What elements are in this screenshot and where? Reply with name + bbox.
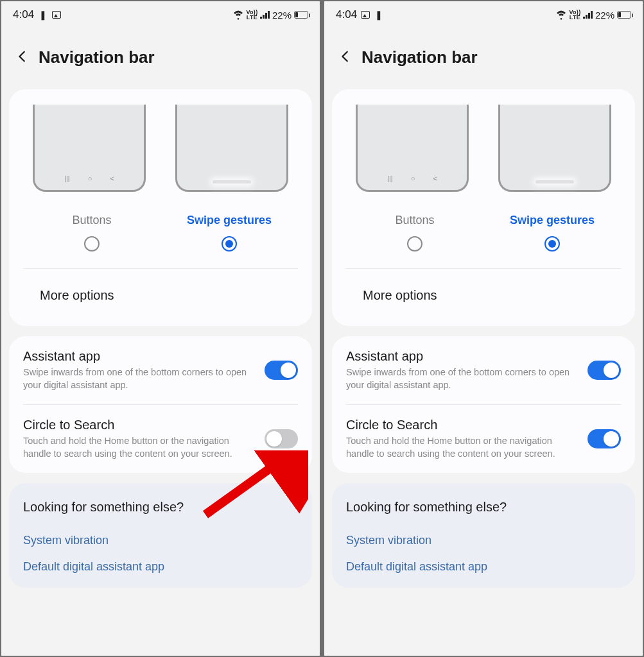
circle-title: Circle to Search <box>23 418 256 432</box>
option-swipe-label: Swipe gestures <box>483 214 621 227</box>
link-system-vibration[interactable]: System vibration <box>346 527 621 554</box>
circle-desc: Touch and hold the Home button or the na… <box>346 435 579 460</box>
status-battery-pct: 22% <box>595 10 614 21</box>
footer-card: Looking for something else? System vibra… <box>9 483 312 588</box>
circle-title: Circle to Search <box>346 418 579 432</box>
toggles-card: Assistant app Swipe inwards from one of … <box>9 336 312 473</box>
signal-icon <box>260 11 270 19</box>
option-swipe-gestures[interactable]: Swipe gestures <box>483 209 621 264</box>
volte-icon: Vo))LTE <box>569 10 580 20</box>
circle-to-search-row[interactable]: Circle to Search Touch and hold the Home… <box>332 405 635 473</box>
divider <box>23 268 298 269</box>
nav-type-card: |||○< Buttons Swipe gestures More option… <box>9 89 312 326</box>
battery-icon <box>294 11 308 19</box>
link-default-assistant[interactable]: Default digital assistant app <box>23 554 298 580</box>
phone-screenshot-left: 4:04 ❚ Vo))LTE 22% Navigation bar <box>0 0 321 657</box>
lightbulb-icon: ❚ <box>38 10 48 20</box>
lightbulb-icon: ❚ <box>374 10 384 20</box>
circle-desc: Touch and hold the Home button or the na… <box>23 435 256 460</box>
phone-screenshot-right: 4:04 ❚ Vo))LTE 22% Navigation bar <box>323 0 644 657</box>
link-default-assistant[interactable]: Default digital assistant app <box>346 554 621 580</box>
divider <box>346 268 621 269</box>
circle-toggle[interactable] <box>587 429 621 448</box>
assistant-desc: Swipe inwards from one of the bottom cor… <box>346 366 579 391</box>
picture-icon <box>361 11 370 19</box>
nav-type-card: |||○< Buttons Swipe gestures More option… <box>332 89 635 326</box>
status-bar: 4:04 ❚ Vo))LTE 22% <box>324 1 643 28</box>
preview-buttons: |||○< <box>356 105 469 192</box>
option-buttons[interactable]: Buttons <box>23 209 161 264</box>
footer-title: Looking for something else? <box>23 500 298 515</box>
assistant-app-row[interactable]: Assistant app Swipe inwards from one of … <box>9 336 312 404</box>
radio-unchecked-icon <box>84 236 100 252</box>
assistant-title: Assistant app <box>346 349 579 364</box>
option-buttons-label: Buttons <box>346 214 483 227</box>
more-options-row[interactable]: More options <box>23 273 298 320</box>
circle-toggle[interactable] <box>265 429 298 448</box>
assistant-app-row[interactable]: Assistant app Swipe inwards from one of … <box>332 336 635 404</box>
page-header: Navigation bar <box>324 28 643 89</box>
wifi-icon <box>233 10 243 20</box>
status-bar: 4:04 ❚ Vo))LTE 22% <box>1 1 320 28</box>
link-system-vibration[interactable]: System vibration <box>23 527 298 554</box>
signal-icon <box>583 11 593 19</box>
option-buttons[interactable]: Buttons <box>346 209 483 264</box>
radio-unchecked-icon <box>407 236 422 252</box>
back-icon[interactable] <box>15 49 30 66</box>
battery-icon <box>617 11 631 19</box>
status-battery-pct: 22% <box>272 10 292 21</box>
assistant-title: Assistant app <box>23 349 256 364</box>
preview-buttons: |||○< <box>33 105 146 192</box>
more-options-row[interactable]: More options <box>346 273 621 320</box>
status-time: 4:04 <box>13 8 34 21</box>
page-title: Navigation bar <box>39 47 155 67</box>
status-time: 4:04 <box>336 8 357 21</box>
option-swipe-gestures[interactable]: Swipe gestures <box>161 209 298 264</box>
page-title: Navigation bar <box>361 47 478 67</box>
circle-to-search-row[interactable]: Circle to Search Touch and hold the Home… <box>9 405 312 473</box>
footer-title: Looking for something else? <box>346 500 621 515</box>
option-swipe-label: Swipe gestures <box>161 214 298 227</box>
page-header: Navigation bar <box>1 28 320 89</box>
assistant-toggle[interactable] <box>587 361 621 380</box>
back-icon[interactable] <box>338 49 352 66</box>
wifi-icon <box>556 10 566 20</box>
assistant-desc: Swipe inwards from one of the bottom cor… <box>23 366 256 391</box>
footer-card: Looking for something else? System vibra… <box>332 483 635 588</box>
volte-icon: Vo))LTE <box>246 10 257 20</box>
option-buttons-label: Buttons <box>23 214 161 227</box>
radio-checked-icon <box>544 236 560 252</box>
assistant-toggle[interactable] <box>265 361 298 380</box>
radio-checked-icon <box>222 236 237 252</box>
picture-icon <box>52 11 61 19</box>
preview-gestures <box>175 105 288 192</box>
toggles-card: Assistant app Swipe inwards from one of … <box>332 336 635 473</box>
preview-gestures <box>498 105 611 192</box>
